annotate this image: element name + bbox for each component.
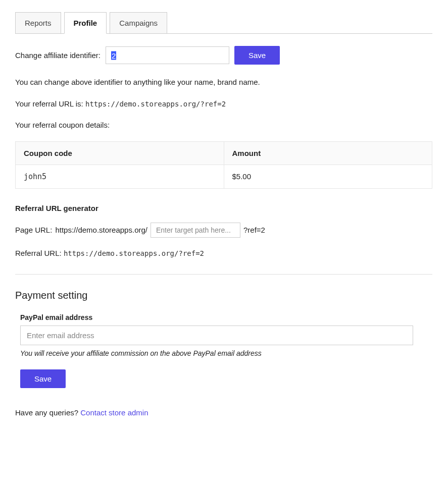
generator-page-url-label: Page URL: <box>15 226 52 234</box>
identifier-save-button[interactable]: Save <box>234 46 280 65</box>
identifier-input[interactable] <box>106 46 229 64</box>
coupon-col-code: Coupon code <box>16 141 224 165</box>
payment-heading: Payment setting <box>15 290 432 301</box>
identifier-label: Change affiliate identifier: <box>15 51 101 60</box>
generator-referral-value: https://demo.storeapps.org/?ref=2 <box>64 249 204 257</box>
table-row: john5 $5.00 <box>16 165 432 188</box>
referral-url-label: Your referral URL is: <box>15 99 83 108</box>
coupon-col-amount: Amount <box>224 141 432 165</box>
query-text: Have any queries? <box>15 408 80 417</box>
generator-ref-suffix: ?ref=2 <box>243 226 265 234</box>
tab-profile[interactable]: Profile <box>64 12 107 34</box>
tab-reports[interactable]: Reports <box>15 12 61 34</box>
tabs: Reports Profile Campaigns <box>15 12 432 34</box>
coupon-heading: Your referral coupon details: <box>15 120 432 131</box>
contact-admin-link[interactable]: Contact store admin <box>80 408 148 417</box>
generator-referral-label: Referral URL: <box>15 249 62 257</box>
payment-save-button[interactable]: Save <box>20 369 66 388</box>
generator-heading: Referral URL generator <box>15 204 432 212</box>
coupon-amount-cell: $5.00 <box>224 165 432 188</box>
paypal-email-label: PayPal email address <box>20 313 432 321</box>
generator-base-url: https://demo.storeapps.org/ <box>55 226 147 234</box>
tab-campaigns[interactable]: Campaigns <box>110 12 167 34</box>
identifier-help-text: You can change above identifier to anyth… <box>15 77 432 88</box>
separator <box>15 274 432 275</box>
paypal-help-text: You will receive your affiliate commissi… <box>20 349 432 357</box>
generator-target-input[interactable] <box>151 223 240 238</box>
coupon-code-cell: john5 <box>16 165 224 188</box>
paypal-email-input[interactable] <box>20 326 413 345</box>
coupon-table: Coupon code Amount john5 $5.00 <box>15 141 432 189</box>
referral-url-value: https://demo.storeapps.org/?ref=2 <box>85 100 226 108</box>
